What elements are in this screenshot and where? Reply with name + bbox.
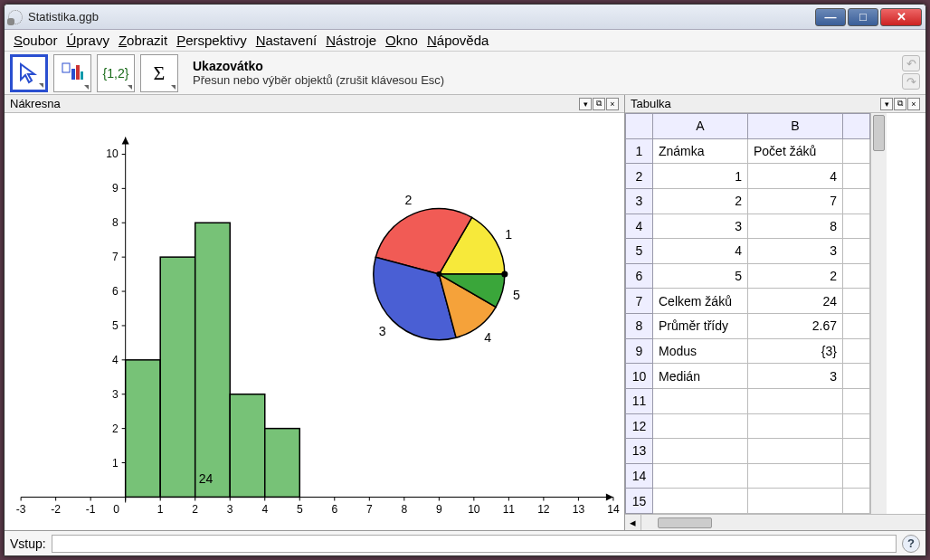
row-header[interactable]: 15 (626, 489, 653, 514)
row-header[interactable]: 6 (626, 263, 653, 289)
menu-upravy[interactable]: Úpravy (62, 31, 113, 50)
cell[interactable] (843, 388, 870, 413)
cell[interactable] (748, 388, 843, 413)
row-header[interactable]: 10 (626, 364, 653, 389)
table-row[interactable]: 8Průměr třídy2.67 (626, 314, 870, 339)
menu-soubor[interactable]: Soubor (10, 31, 61, 50)
cell[interactable] (748, 439, 843, 464)
cell[interactable] (843, 314, 870, 339)
table-row[interactable]: 1ZnámkaPočet žáků (626, 138, 870, 164)
table-row[interactable]: 652 (626, 263, 870, 289)
row-header[interactable]: 3 (626, 188, 653, 214)
titlebar[interactable]: Statistika.ggb — □ ✕ (5, 5, 925, 30)
cell[interactable]: 3 (653, 214, 748, 239)
cell[interactable] (653, 463, 748, 489)
tool-move[interactable] (10, 54, 48, 92)
cell[interactable] (653, 489, 748, 514)
row-header[interactable]: 13 (626, 439, 653, 464)
cell[interactable] (653, 439, 748, 464)
cell[interactable] (843, 138, 870, 164)
cell[interactable] (843, 338, 870, 364)
spreadsheet-close-button[interactable]: × (907, 98, 920, 110)
maximize-button[interactable]: □ (848, 8, 878, 26)
tool-sum[interactable]: Σ (140, 54, 178, 92)
cell[interactable] (653, 413, 748, 439)
cell[interactable]: 4 (653, 239, 748, 264)
table-row[interactable]: 327 (626, 188, 870, 214)
menu-perspektivy[interactable]: Perspektivy (173, 31, 251, 50)
graphics-close-button[interactable]: × (606, 98, 619, 110)
close-button[interactable]: ✕ (880, 8, 922, 26)
cell[interactable]: Známka (653, 138, 748, 164)
table-row[interactable]: 15 (626, 489, 870, 514)
menu-nastroje[interactable]: Nástroje (322, 31, 380, 50)
graphics-detach-button[interactable]: ⧉ (593, 98, 605, 110)
spreadsheet-table[interactable]: AB1ZnámkaPočet žáků2143274385436527Celke… (625, 113, 870, 514)
cell[interactable]: 1 (653, 164, 748, 189)
row-header[interactable]: 12 (626, 413, 653, 439)
cell[interactable]: Medián (653, 364, 748, 389)
table-row[interactable]: 12 (626, 413, 870, 439)
cell[interactable] (843, 214, 870, 239)
cell[interactable]: {3} (748, 338, 843, 364)
minimize-button[interactable]: — (815, 8, 846, 26)
cell[interactable] (748, 413, 843, 439)
cell[interactable]: 2.67 (748, 314, 843, 339)
cell[interactable]: 8 (748, 214, 843, 239)
cell[interactable] (843, 439, 870, 464)
row-header[interactable]: 5 (626, 239, 653, 264)
table-row[interactable]: 13 (626, 439, 870, 464)
cell[interactable]: 7 (748, 188, 843, 214)
menu-okno[interactable]: Okno (382, 31, 422, 50)
cell[interactable] (653, 388, 748, 413)
cell[interactable]: 3 (748, 239, 843, 264)
cell[interactable] (748, 463, 843, 489)
graphics-view[interactable]: -3-2-11234567891011121314012345678910241… (5, 113, 624, 530)
table-row[interactable]: 11 (626, 388, 870, 413)
table-row[interactable]: 14 (626, 463, 870, 489)
table-row[interactable]: 10Medián3 (626, 364, 870, 389)
row-header[interactable]: 11 (626, 388, 653, 413)
spreadsheet-detach-button[interactable]: ⧉ (894, 98, 906, 110)
cell[interactable] (843, 413, 870, 439)
cell[interactable]: Modus (653, 338, 748, 364)
cell[interactable] (843, 188, 870, 214)
spreadsheet-toggle-button[interactable]: ▾ (880, 98, 893, 110)
menu-napoveda[interactable]: Nápověda (423, 31, 492, 50)
menu-nastaveni[interactable]: Nastavení (252, 31, 321, 50)
cell[interactable] (843, 239, 870, 264)
table-row[interactable]: 9Modus{3} (626, 338, 870, 364)
row-header[interactable]: 14 (626, 463, 653, 489)
redo-button[interactable]: ↷ (902, 73, 920, 90)
cell[interactable]: 2 (653, 188, 748, 214)
cell[interactable]: Počet žáků (748, 138, 843, 164)
cell[interactable] (843, 164, 870, 189)
cell[interactable] (843, 463, 870, 489)
cell[interactable]: 5 (653, 263, 748, 289)
cell[interactable]: 3 (748, 364, 843, 389)
tool-list[interactable]: {1,2} (97, 54, 135, 92)
undo-button[interactable]: ↶ (902, 55, 920, 71)
cell[interactable] (843, 289, 870, 314)
row-header[interactable]: 1 (626, 138, 653, 164)
cell[interactable]: 24 (748, 289, 843, 314)
input-help-button[interactable]: ? (902, 535, 920, 553)
table-row[interactable]: 438 (626, 214, 870, 239)
row-header[interactable]: 7 (626, 289, 653, 314)
cell[interactable] (843, 489, 870, 514)
graphics-toggle-button[interactable]: ▾ (579, 98, 592, 110)
row-header[interactable]: 9 (626, 338, 653, 364)
row-header[interactable]: 2 (626, 164, 653, 189)
cell[interactable] (748, 489, 843, 514)
table-row[interactable]: 7Celkem žáků24 (626, 289, 870, 314)
graphics-header[interactable]: Nákresna ▾ ⧉ × (5, 95, 624, 113)
row-header[interactable]: 8 (626, 314, 653, 339)
menu-zobrazit[interactable]: Zobrazit (115, 31, 171, 50)
cell[interactable]: 2 (748, 263, 843, 289)
table-row[interactable]: 214 (626, 164, 870, 189)
spreadsheet-vscroll[interactable] (870, 113, 887, 514)
row-header[interactable]: 4 (626, 214, 653, 239)
cell[interactable] (843, 364, 870, 389)
spreadsheet-hscroll[interactable]: ◂ (625, 514, 925, 530)
spreadsheet-header[interactable]: Tabulka ▾ ⧉ × (625, 95, 925, 113)
